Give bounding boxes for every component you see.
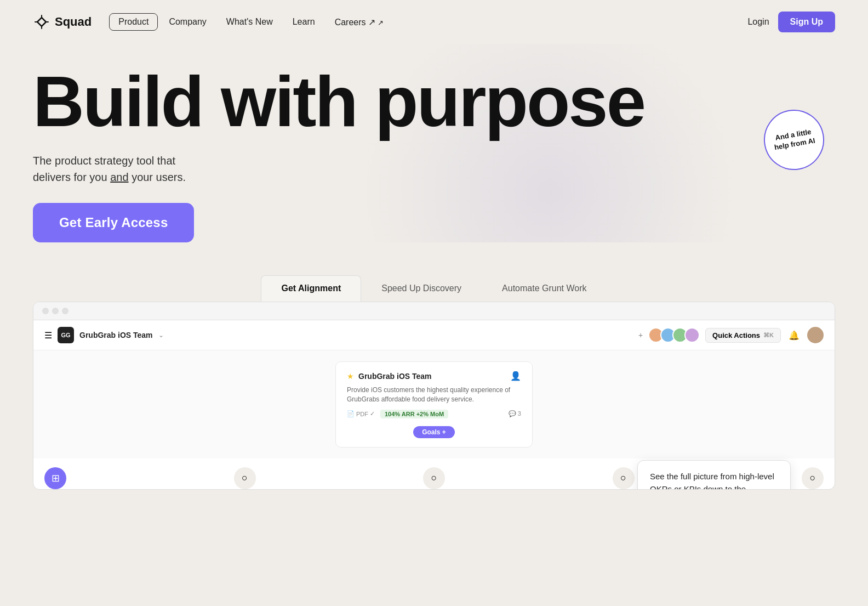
tab-automate-grunt-work[interactable]: Automate Grunt Work (482, 275, 607, 302)
nav-item-learn[interactable]: Learn (284, 13, 324, 31)
app-bar-right: + Quick Actions ⌘K 🔔 (638, 327, 824, 343)
comment-icon: 💬 3 (509, 410, 521, 417)
tooltip-box: ↙ See the full picture from high-level O… (637, 460, 791, 490)
tooltip-text: See the full picture from high-level OKR… (650, 472, 774, 490)
app-bar-left: ☰ GG GrubGrab iOS Team ⌄ (44, 327, 164, 343)
bottom-icon-2: ○ (234, 467, 256, 489)
person-icon: 👤 (510, 371, 521, 381)
app-content-area: ★ GrubGrab iOS Team 👤 Provide iOS custom… (33, 350, 835, 458)
goals-button[interactable]: Goals + (413, 426, 455, 438)
hero-subheading: The product strategy tool that delivers … (33, 152, 835, 185)
app-logo: GG (58, 327, 74, 343)
quick-actions-label: Quick Actions (712, 331, 760, 339)
project-card-header: ★ GrubGrab iOS Team 👤 (347, 371, 521, 381)
nav-item-whats-new[interactable]: What's New (218, 13, 282, 31)
team-name: GrubGrab iOS Team (79, 331, 153, 339)
project-meta: 📄 PDF ✓ 104% ARR +2% MoM 💬 3 (347, 410, 521, 418)
quick-actions-button[interactable]: Quick Actions ⌘K (705, 328, 781, 343)
nav-item-company[interactable]: Company (160, 13, 215, 31)
browser-chrome-bar (33, 302, 835, 320)
nav-right: Login Sign Up (747, 12, 835, 32)
notifications-button[interactable]: 🔔 (786, 327, 802, 343)
bottom-icon-3: ○ (423, 467, 445, 489)
navbar: Squad Product Company What's New Learn C… (0, 0, 868, 44)
arr-badge: 104% ARR +2% MoM (380, 410, 448, 418)
nav-links: Product Company What's New Learn Careers… (109, 13, 747, 32)
hero-heading: Build with purpose (33, 66, 690, 137)
login-button[interactable]: Login (747, 17, 769, 27)
goals-bar: Goals + (347, 426, 521, 438)
hamburger-icon[interactable]: ☰ (44, 330, 52, 341)
logo[interactable]: Squad (33, 13, 92, 31)
star-icon: ★ (347, 372, 354, 381)
bottom-icon-1: ⊞ (44, 467, 66, 489)
nav-item-careers[interactable]: Careers ↗ (326, 13, 392, 32)
browser-dot-close (42, 308, 49, 314)
tab-speed-up-discovery[interactable]: Speed Up Discovery (361, 275, 482, 302)
team-avatars (648, 327, 700, 343)
feature-tabs: Get Alignment Speed Up Discovery Automat… (0, 275, 868, 302)
bottom-icon-5: ○ (802, 467, 824, 489)
project-card-title: GrubGrab iOS Team (358, 372, 432, 381)
quick-actions-shortcut: ⌘K (763, 332, 774, 339)
logo-icon (33, 13, 50, 31)
app-toolbar: ☰ GG GrubGrab iOS Team ⌄ + Quick Actions… (33, 320, 835, 350)
project-description: Provide iOS customers the highest qualit… (347, 386, 521, 404)
get-early-access-button[interactable]: Get Early Access (33, 203, 194, 242)
plus-add-icon[interactable]: + (638, 331, 643, 339)
bell-icon: 🔔 (789, 330, 800, 341)
project-card: ★ GrubGrab iOS Team 👤 Provide iOS custom… (335, 361, 533, 448)
browser-dot-minimize (52, 308, 59, 314)
signup-button[interactable]: Sign Up (778, 12, 835, 32)
team-chevron-icon[interactable]: ⌄ (158, 331, 164, 339)
hero-section: Build with purpose The product strategy … (0, 44, 868, 242)
logo-text: Squad (55, 15, 92, 29)
avatar-4 (684, 327, 700, 343)
tab-get-alignment[interactable]: Get Alignment (261, 275, 361, 302)
browser-dot-maximize (62, 308, 68, 314)
nav-item-product[interactable]: Product (109, 13, 158, 31)
browser-mockup: ☰ GG GrubGrab iOS Team ⌄ + Quick Actions… (33, 302, 835, 490)
user-avatar[interactable] (807, 327, 824, 343)
pdf-icon: 📄 (347, 410, 355, 417)
project-title-row: ★ GrubGrab iOS Team (347, 372, 432, 381)
pdf-label: 📄 PDF ✓ (347, 410, 375, 417)
